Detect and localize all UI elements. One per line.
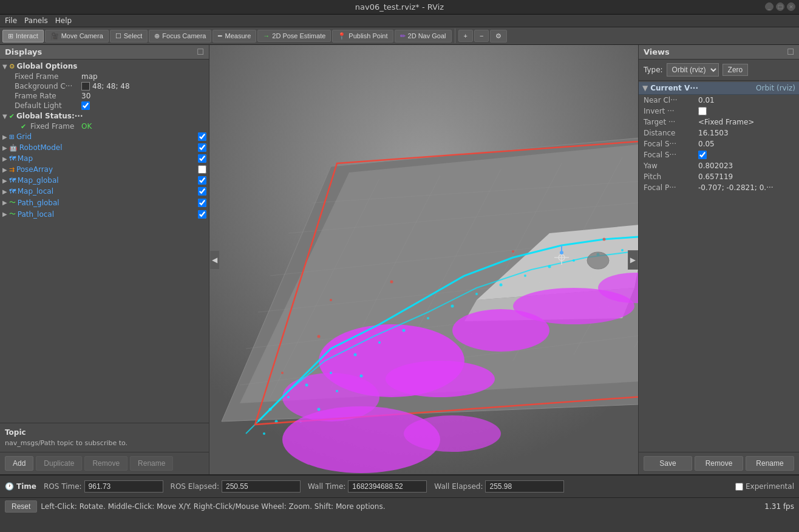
focal-p-value[interactable]: -0.707; -0.2821; 0.··· — [698, 183, 773, 192]
near-clip-value[interactable]: 0.01 — [698, 96, 715, 104]
frame-rate-value[interactable]: 30 — [81, 92, 90, 100]
gs-fixed-frame-label: ✔ Fixed Frame — [2, 122, 81, 131]
rename-button[interactable]: Rename — [130, 456, 173, 471]
fixed-frame-value[interactable]: map — [81, 72, 98, 81]
path-global-item[interactable]: ▶ 〜 Path_global — [0, 197, 209, 208]
remove-display-button[interactable]: Remove — [84, 456, 127, 471]
measure-icon: ━ — [218, 32, 222, 40]
focal-s2-checkbox[interactable] — [698, 151, 707, 159]
focal-s2-check[interactable] — [698, 151, 707, 159]
default-light-check[interactable] — [81, 101, 90, 110]
pose-array-icon: ⇉ — [9, 166, 15, 174]
ros-time-input[interactable] — [84, 480, 163, 493]
rename-view-button[interactable]: Rename — [746, 456, 794, 471]
maximize-button[interactable]: □ — [776, 2, 784, 11]
interact-tool[interactable]: ⊞ Interact — [2, 30, 44, 43]
experimental-checkbox[interactable] — [735, 483, 743, 491]
settings-button[interactable]: ⚙ — [490, 30, 507, 43]
views-header: Views ☐ — [639, 45, 799, 60]
grid-icon: ⊞ — [9, 133, 15, 141]
pose-estimate-tool[interactable]: → 2D Pose Estimate — [257, 30, 331, 42]
map-global-icon: 🗺 — [9, 177, 16, 185]
path-global-checkbox[interactable] — [198, 199, 206, 207]
add-button[interactable]: Add — [5, 456, 33, 471]
toolbar: ⊞ Interact 🎥 Move Camera ☐ Select ⊕ Focu… — [0, 27, 799, 45]
type-row: Type: Orbit (rviz) Zero — [639, 60, 799, 81]
map-checkbox[interactable] — [198, 154, 206, 163]
wall-time-input[interactable] — [348, 480, 427, 493]
yaw-value[interactable]: 0.802023 — [698, 162, 733, 170]
toolbar-separator — [455, 29, 455, 43]
focus-camera-tool[interactable]: ⊕ Focus Camera — [149, 30, 211, 43]
close-button[interactable]: × — [787, 2, 795, 11]
ros-elapsed-field: ROS Elapsed: — [171, 480, 301, 493]
grid-item[interactable]: ▶ ⊞ Grid — [0, 131, 209, 142]
map-global-checkbox[interactable] — [198, 176, 206, 185]
collapse-left-button[interactable]: ◀ — [209, 250, 220, 270]
views-buttons: Save Remove Rename — [639, 452, 799, 474]
path-local-item[interactable]: ▶ 〜 Path_local — [0, 208, 209, 220]
publish-point-tool[interactable]: 📍 Publish Point — [332, 30, 393, 43]
global-status-check-icon: ✔ — [9, 112, 15, 120]
wall-elapsed-input[interactable] — [485, 480, 564, 493]
target-value[interactable]: <Fixed Frame> — [698, 118, 754, 126]
invert-check[interactable] — [698, 107, 707, 115]
ros-elapsed-input[interactable] — [222, 480, 301, 493]
map-local-checkbox[interactable] — [198, 187, 206, 196]
robot-model-item[interactable]: ▶ 🤖 RobotModel — [0, 142, 209, 153]
zero-button[interactable]: Zero — [722, 64, 749, 76]
svg-point-39 — [621, 249, 624, 251]
current-view-arrow: ▼ — [642, 84, 648, 92]
background-color-value[interactable]: 48; 48; 48 — [81, 82, 130, 90]
svg-point-51 — [360, 375, 363, 378]
reset-button[interactable]: Reset — [5, 500, 37, 513]
svg-point-27 — [330, 372, 332, 374]
collapse-right-button[interactable]: ▶ — [628, 250, 638, 270]
menu-file[interactable]: File — [5, 16, 17, 25]
remove-view-button[interactable]: Remove — [695, 456, 743, 471]
type-select[interactable]: Orbit (rviz) — [667, 63, 719, 77]
global-status-item[interactable]: ▼ ✔ Global Status:··· — [0, 111, 209, 121]
map-local-item[interactable]: ▶ 🗺 Map_local — [0, 186, 209, 197]
map-arrow: ▶ — [2, 155, 7, 162]
measure-tool[interactable]: ━ Measure — [212, 30, 256, 43]
menu-help[interactable]: Help — [55, 16, 72, 25]
menu-panels[interactable]: Panels — [24, 16, 48, 25]
default-light-checkbox[interactable] — [81, 101, 90, 110]
remove-tool-button[interactable]: − — [474, 30, 489, 42]
current-view-header[interactable]: ▼ Current V··· Orbit (rviz) — [639, 82, 799, 95]
pitch-value[interactable]: 0.657119 — [698, 172, 733, 181]
robot-model-checkbox[interactable] — [198, 143, 206, 152]
focal-s2-label: Focal S··· — [644, 151, 698, 159]
invert-checkbox[interactable] — [698, 107, 707, 115]
minimize-button[interactable]: _ — [765, 2, 773, 11]
right-panel: Views ☐ Type: Orbit (rviz) Zero ▼ Curren… — [638, 45, 799, 474]
pose-array-item[interactable]: ▶ ⇉ PoseArray — [0, 164, 209, 175]
path-local-checkbox[interactable] — [198, 210, 206, 219]
map-global-item[interactable]: ▶ 🗺 Map_global — [0, 175, 209, 186]
add-tool-button[interactable]: + — [458, 30, 473, 42]
fixed-frame-row: Fixed Frame map — [0, 72, 209, 81]
wall-elapsed-label: Wall Elapsed: — [434, 482, 483, 491]
interact-icon: ⊞ — [8, 32, 13, 40]
pose-array-checkbox[interactable] — [198, 165, 206, 174]
distance-value[interactable]: 16.1503 — [698, 129, 729, 137]
map-item[interactable]: ▶ 🗺 Map — [0, 153, 209, 164]
focal-s1-value[interactable]: 0.05 — [698, 140, 715, 148]
select-tool[interactable]: ☐ Select — [110, 30, 148, 43]
global-options-item[interactable]: ▼ ⚙ Global Options — [0, 61, 209, 72]
duplicate-button[interactable]: Duplicate — [36, 456, 82, 471]
background-color-label: Background C··· — [2, 82, 81, 90]
grid-checkbox[interactable] — [198, 132, 206, 141]
distance-label: Distance — [644, 129, 698, 137]
pose-array-label: PoseArray — [16, 165, 195, 174]
publish-point-label: Publish Point — [348, 32, 387, 39]
move-camera-tool[interactable]: 🎥 Move Camera — [45, 30, 109, 43]
displays-collapse-icon[interactable]: ☐ — [197, 47, 204, 56]
nav-goal-tool[interactable]: ✏ 2D Nav Goal — [395, 30, 452, 43]
wall-time-field: Wall Time: — [308, 480, 427, 493]
save-view-button[interactable]: Save — [644, 456, 692, 471]
pitch-label: Pitch — [644, 172, 698, 181]
viewport[interactable]: ◀ — [209, 45, 638, 474]
views-collapse-icon[interactable]: ☐ — [787, 47, 794, 56]
